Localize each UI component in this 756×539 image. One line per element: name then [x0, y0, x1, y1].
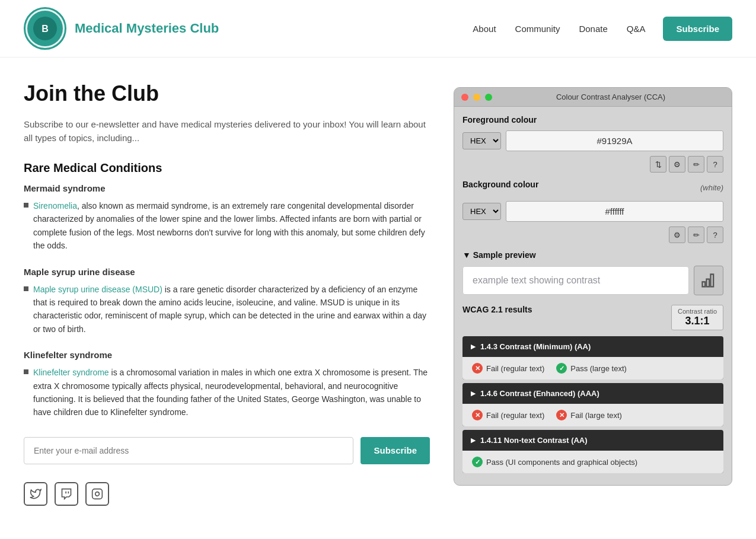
chart-icon-btn[interactable] — [694, 266, 723, 295]
bullet-msud: Maple syrup urine disease (MSUD) is a ra… — [24, 283, 430, 336]
result-1411-title: 1.4.11 Non-text Contrast (AA) — [480, 436, 588, 445]
result-146-body: ✕ Fail (regular text) ✕ Fail (large text… — [462, 404, 723, 426]
cca-dot-red — [461, 94, 468, 101]
instagram-icon[interactable] — [85, 482, 109, 506]
cca-body: Foreground colour HEX ⇅ ⚙ ✏ ? Background… — [454, 107, 732, 485]
bg-eyedropper-icon[interactable]: ✏ — [688, 227, 704, 243]
result-146-title: 1.4.6 Contrast (Enhanced) (AAA) — [480, 389, 599, 398]
subscribe-button-header[interactable]: Subscribe — [663, 17, 732, 41]
bullet-icon-msud — [24, 286, 28, 291]
contrast-ratio-value: 3.1:1 — [678, 315, 717, 327]
condition-mermaid: Mermaid syndrome Sirenomelia, also known… — [24, 183, 430, 253]
foreground-row: HEX — [462, 130, 723, 151]
result-143-item-0: ✕ Fail (regular text) — [472, 363, 544, 374]
nav-about[interactable]: About — [465, 19, 503, 39]
bullet-icon-klinefelter — [24, 369, 28, 374]
foreground-label: Foreground colour — [462, 115, 723, 125]
logo-icon: B — [32, 15, 58, 42]
fg-swap-icon[interactable]: ⇅ — [650, 156, 666, 173]
result-146-label-0: Fail (regular text) — [486, 411, 544, 420]
svg-rect-5 — [707, 279, 710, 287]
background-white-label: (white) — [700, 183, 723, 192]
result-143-header[interactable]: ▶ 1.4.3 Contrast (Minimum) (AA) — [462, 336, 723, 357]
email-input[interactable] — [24, 437, 353, 464]
result-146-label-1: Fail (large text) — [570, 411, 622, 420]
fail-icon-143-0: ✕ — [472, 363, 483, 374]
fg-help-icon[interactable]: ? — [707, 156, 723, 173]
result-1411-header[interactable]: ▶ 1.4.11 Non-text Contrast (AA) — [462, 430, 723, 451]
bullet-klinefelter: Klinefelter syndrome is a chromosomal va… — [24, 366, 430, 419]
nav-community[interactable]: Community — [508, 19, 567, 39]
condition-link-klinefelter[interactable]: Klinefelter syndrome — [33, 368, 109, 377]
bg-sliders-icon[interactable]: ⚙ — [669, 227, 685, 243]
fg-sliders-icon[interactable]: ⚙ — [669, 156, 685, 173]
condition-link-mermaid[interactable]: Sirenomelia — [33, 201, 77, 211]
condition-text-msud: Maple syrup urine disease (MSUD) is a ra… — [33, 283, 430, 336]
condition-text-mermaid: Sirenomelia, also known as mermaid syndr… — [33, 199, 430, 253]
site-title: Medical Mysteries Club — [75, 21, 219, 36]
fail-icon-146-1: ✕ — [556, 410, 567, 420]
result-143-body: ✕ Fail (regular text) ✓ Pass (large text… — [462, 357, 723, 379]
social-icons — [24, 482, 430, 506]
subscribe-button-main[interactable]: Subscribe — [361, 437, 430, 464]
result-143-arrow: ▶ — [471, 343, 476, 350]
pass-icon-1411-0: ✓ — [472, 457, 483, 467]
foreground-hex-input[interactable] — [506, 130, 723, 151]
site-header: B Medical Mysteries Club About Community… — [0, 0, 756, 58]
preview-label: ▼ Sample preview — [462, 250, 723, 260]
contrast-ratio-box: Contrast ratio 3.1:1 — [671, 305, 723, 330]
condition-title-klinefelter: Klinefelter syndrome — [24, 350, 430, 360]
condition-msud: Maple syrup urine disease Maple syrup ur… — [24, 267, 430, 336]
background-label: Background colour — [462, 180, 538, 189]
result-146-item-0: ✕ Fail (regular text) — [472, 410, 544, 420]
fail-icon-146-0: ✕ — [472, 410, 483, 420]
foreground-format-select[interactable]: HEX — [462, 132, 501, 149]
result-1411-label-0: Pass (UI components and graphical object… — [486, 458, 637, 467]
result-146: ▶ 1.4.6 Contrast (Enhanced) (AAA) ✕ Fail… — [462, 383, 723, 426]
cca-title: Colour Contrast Analyser (CCA) — [497, 93, 725, 101]
result-146-item-1: ✕ Fail (large text) — [556, 410, 622, 420]
background-hex-input[interactable] — [506, 201, 723, 222]
logo: B — [24, 7, 66, 50]
svg-text:B: B — [42, 24, 49, 34]
page-title: Join the Club — [24, 81, 430, 106]
result-1411-item-0: ✓ Pass (UI components and graphical obje… — [472, 457, 637, 467]
pass-icon-143-1: ✓ — [556, 363, 567, 374]
result-146-arrow: ▶ — [471, 390, 476, 397]
twitter-icon[interactable] — [24, 482, 47, 506]
result-1411-body: ✓ Pass (UI components and graphical obje… — [462, 451, 723, 473]
nav-donate[interactable]: Donate — [572, 19, 614, 39]
section-title: Rare Medical Conditions — [24, 161, 430, 175]
background-row: HEX — [462, 201, 723, 222]
cca-dot-yellow — [473, 94, 480, 101]
svg-rect-4 — [703, 282, 706, 286]
condition-text-klinefelter: Klinefelter syndrome is a chromosomal va… — [33, 366, 430, 419]
cca-panel: Colour Contrast Analyser (CCA) Foregroun… — [454, 87, 732, 486]
result-143-label-0: Fail (regular text) — [486, 364, 544, 373]
logo-inner: B — [27, 11, 63, 46]
bullet-icon-mermaid — [24, 203, 28, 208]
result-143-item-1: ✓ Pass (large text) — [556, 363, 627, 374]
svg-rect-6 — [711, 275, 714, 287]
main-layout: Join the Club Subscribe to our e-newslet… — [0, 58, 756, 530]
twitch-icon[interactable] — [55, 482, 78, 506]
intro-text: Subscribe to our e-newsletter and have m… — [24, 118, 430, 145]
result-146-header[interactable]: ▶ 1.4.6 Contrast (Enhanced) (AAA) — [462, 383, 723, 404]
nav-qa[interactable]: Q&A — [620, 19, 653, 39]
background-format-select[interactable]: HEX — [462, 203, 501, 220]
content-area: Join the Club Subscribe to our e-newslet… — [24, 81, 430, 506]
fg-eyedropper-icon[interactable]: ✏ — [688, 156, 704, 173]
wcag-header: WCAG 2.1 results Contrast ratio 3.1:1 — [462, 305, 723, 330]
result-1411: ▶ 1.4.11 Non-text Contrast (AA) ✓ Pass (… — [462, 430, 723, 473]
condition-link-msud[interactable]: Maple syrup urine disease (MSUD) — [33, 285, 162, 294]
contrast-ratio-label: Contrast ratio — [678, 308, 717, 315]
wcag-title: WCAG 2.1 results — [462, 305, 532, 314]
condition-klinefelter: Klinefelter syndrome Klinefelter syndrom… — [24, 350, 430, 419]
main-nav: About Community Donate Q&A Subscribe — [465, 17, 732, 41]
email-section: Subscribe — [24, 437, 430, 464]
condition-title-msud: Maple syrup urine disease — [24, 267, 430, 277]
condition-rest-mermaid: , also known as mermaid syndrome, is an … — [33, 201, 425, 250]
condition-title-mermaid: Mermaid syndrome — [24, 183, 430, 193]
bg-help-icon[interactable]: ? — [707, 227, 723, 243]
svg-rect-2 — [92, 489, 103, 499]
